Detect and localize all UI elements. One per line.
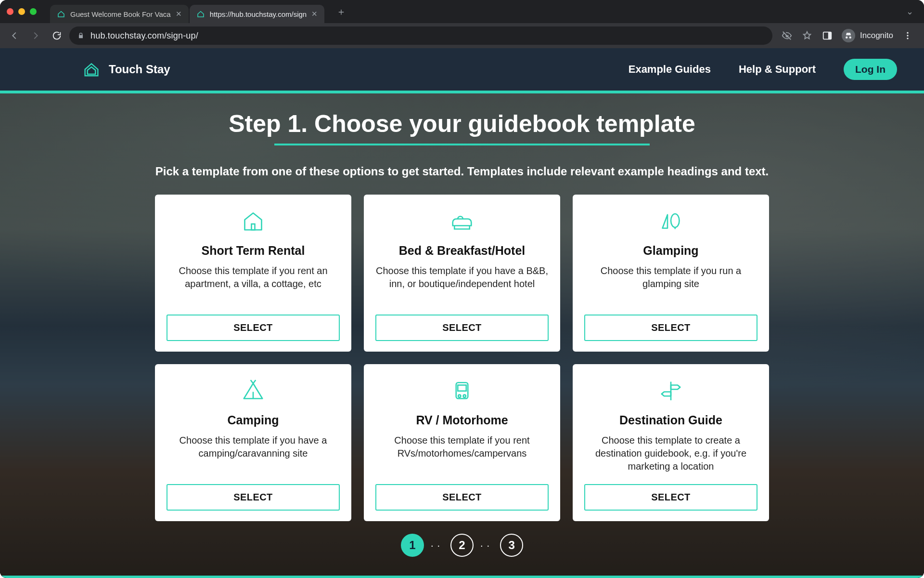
star-icon[interactable] (801, 30, 813, 41)
card-title: RV / Motorhome (416, 413, 508, 427)
tab-title: Guest Welcome Book For Vaca (70, 10, 171, 18)
bed-icon (447, 205, 477, 236)
card-desc: Choose this template to create a destina… (584, 434, 757, 473)
svg-point-6 (671, 214, 680, 227)
card-desc: Choose this template if you rent an apar… (167, 264, 340, 290)
card-title: Bed & Breakfast/Hotel (399, 244, 526, 258)
step-3[interactable]: 3 (500, 534, 523, 557)
accent-strip-bottom (0, 576, 924, 578)
tabs: Guest Welcome Book For Vaca ✕ https://hu… (50, 0, 325, 23)
step-1[interactable]: 1 (401, 534, 424, 557)
tab-strip: Guest Welcome Book For Vaca ✕ https://hu… (0, 0, 924, 23)
browser-toolbar: hub.touchstay.com/sign-up/ Incognito (0, 23, 924, 48)
url-text: hub.touchstay.com/sign-up/ (90, 31, 198, 41)
window-controls (7, 8, 37, 15)
card-title: Glamping (643, 244, 698, 258)
step-2[interactable]: 2 (450, 534, 474, 557)
forward-button[interactable] (27, 27, 44, 44)
card-title: Camping (228, 413, 279, 427)
svg-rect-1 (828, 32, 831, 39)
panel-icon[interactable] (821, 30, 833, 41)
hero-content: Step 1. Choose your guidebook template P… (0, 93, 924, 566)
toolbar-right: Incognito (776, 29, 918, 42)
template-card-bnb-hotel: Bed & Breakfast/Hotel Choose this templa… (364, 195, 560, 352)
card-title: Destination Guide (619, 413, 722, 427)
new-tab-button[interactable]: ＋ (334, 4, 348, 19)
template-card-destination-guide: Destination Guide Choose this template t… (573, 364, 769, 521)
page-title: Step 1. Choose your guidebook template (229, 110, 695, 138)
step-indicator: 1 ·· 2 ·· 3 (401, 534, 523, 557)
brand[interactable]: Touch Stay (82, 60, 170, 79)
template-cards: Short Term Rental Choose this template i… (155, 195, 769, 521)
select-button[interactable]: SELECT (375, 315, 549, 341)
favicon-touchstay-icon (196, 10, 205, 18)
lock-icon (77, 32, 85, 39)
select-button[interactable]: SELECT (584, 484, 757, 511)
step-dots: ·· (480, 540, 493, 551)
tab-title: https://hub.touchstay.com/sign (210, 10, 307, 18)
close-tab-icon[interactable]: ✕ (311, 10, 318, 18)
close-tab-icon[interactable]: ✕ (176, 10, 182, 18)
page-subtitle: Pick a template from one of these option… (155, 165, 769, 178)
template-card-camping: Camping Choose this template if you have… (155, 364, 351, 521)
hero: Step 1. Choose your guidebook template P… (0, 93, 924, 578)
glamping-icon (655, 205, 686, 236)
header-nav: Example Guides Help & Support Log In (629, 59, 897, 80)
address-bar[interactable]: hub.touchstay.com/sign-up/ (69, 26, 772, 45)
svg-point-4 (907, 38, 908, 39)
bus-icon (447, 375, 477, 406)
title-underline (274, 144, 650, 145)
fullscreen-window-button[interactable] (30, 8, 37, 15)
signpost-icon (655, 375, 686, 406)
brand-name: Touch Stay (109, 63, 170, 76)
page-viewport: Touch Stay Example Guides Help & Support… (0, 48, 924, 578)
tab-signup[interactable]: https://hub.touchstay.com/sign ✕ (190, 5, 325, 23)
svg-rect-8 (458, 385, 466, 391)
svg-point-2 (907, 32, 908, 34)
close-window-button[interactable] (7, 8, 13, 15)
card-desc: Choose this template if you run a glampi… (584, 264, 757, 290)
svg-rect-5 (252, 224, 255, 230)
minimize-window-button[interactable] (18, 8, 25, 15)
card-desc: Choose this template if you have a campi… (167, 434, 340, 460)
favicon-touchstay-icon (57, 10, 65, 18)
svg-point-3 (907, 35, 908, 36)
tab-guest-welcome[interactable]: Guest Welcome Book For Vaca ✕ (50, 5, 189, 23)
select-button[interactable]: SELECT (375, 484, 549, 511)
svg-point-10 (463, 395, 466, 397)
brand-logo-icon (82, 60, 101, 79)
browser-window: Guest Welcome Book For Vaca ✕ https://hu… (0, 0, 924, 578)
tent-icon (238, 375, 269, 406)
eye-off-icon[interactable] (781, 30, 793, 41)
login-button[interactable]: Log In (844, 59, 897, 80)
step-dots: ·· (431, 540, 444, 551)
nav-help-support[interactable]: Help & Support (739, 63, 816, 76)
tab-overflow-icon[interactable]: ⌄ (906, 6, 917, 17)
reload-button[interactable] (48, 27, 65, 44)
select-button[interactable]: SELECT (167, 315, 340, 341)
card-desc: Choose this template if you have a B&B, … (375, 264, 549, 290)
incognito-chip[interactable]: Incognito (842, 29, 893, 42)
select-button[interactable]: SELECT (167, 484, 340, 511)
back-button[interactable] (6, 27, 23, 44)
incognito-icon (842, 29, 855, 42)
nav-example-guides[interactable]: Example Guides (629, 63, 711, 76)
kebab-menu-icon[interactable] (902, 30, 913, 41)
template-card-rv-motorhome: RV / Motorhome Choose this template if y… (364, 364, 560, 521)
incognito-label: Incognito (860, 31, 893, 40)
house-icon (238, 205, 269, 236)
template-card-glamping: Glamping Choose this template if you run… (573, 195, 769, 352)
select-button[interactable]: SELECT (584, 315, 757, 341)
card-title: Short Term Rental (202, 244, 305, 258)
template-card-short-term-rental: Short Term Rental Choose this template i… (155, 195, 351, 352)
site-header: Touch Stay Example Guides Help & Support… (0, 48, 924, 91)
card-desc: Choose this template if you rent RVs/mot… (375, 434, 549, 460)
svg-point-9 (458, 395, 461, 397)
